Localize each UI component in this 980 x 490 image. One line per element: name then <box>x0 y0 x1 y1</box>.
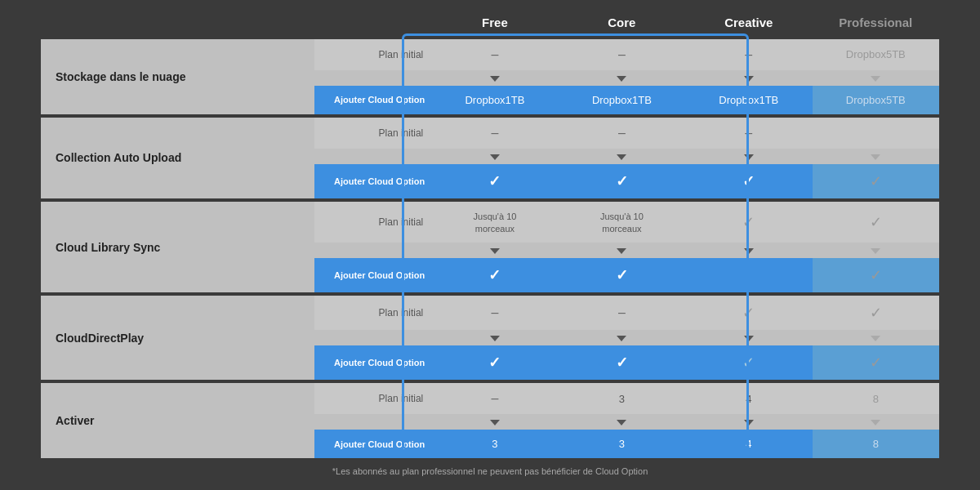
option-label: Ajouter Cloud Option <box>314 345 431 380</box>
checkmark-gray-icon: ✓ <box>870 267 882 283</box>
option-professional-value: 8 <box>813 430 939 458</box>
plan-row: Activer Plan initial – 3 4 8 <box>41 383 939 414</box>
plan-row: Stockage dans le nuage Plan initial – – … <box>41 39 939 70</box>
arrow-professional-cell <box>813 414 939 430</box>
free-header: Free <box>431 6 558 39</box>
checkmark-gray-icon: ✓ <box>870 305 882 321</box>
arrow-plan-cell <box>314 330 431 345</box>
plan-free-value: – <box>431 118 558 149</box>
arrow-plan-cell <box>314 70 431 86</box>
dash-icon: – <box>492 47 499 61</box>
plan-row: CloudDirectPlay Plan initial – – ✓ ✓ <box>41 296 939 330</box>
plan-label: Plan initial <box>314 296 431 330</box>
option-free-value: ✓ <box>431 258 558 292</box>
arrow-creative-cell <box>685 149 812 164</box>
checkmark-icon: ✓ <box>488 173 501 189</box>
arrow-down-icon <box>871 154 880 160</box>
arrow-down-icon <box>617 248 626 254</box>
professional-header: Professional <box>813 6 939 39</box>
arrow-down-icon <box>490 336 500 341</box>
dash-icon: – <box>745 47 752 61</box>
option-free-value: 3 <box>431 430 558 458</box>
arrow-down-icon <box>617 76 626 82</box>
checkmark-gray-icon: ✓ <box>742 214 755 230</box>
arrow-core-cell <box>559 330 685 345</box>
arrow-core-cell <box>559 414 685 430</box>
plan-professional-value <box>813 118 939 149</box>
feature-header <box>41 6 314 39</box>
dash-icon: – <box>618 305 626 319</box>
option-professional-value: ✓ <box>813 258 939 292</box>
dash-icon: – <box>618 126 626 140</box>
cell-text: 3 <box>619 438 625 450</box>
option-creative-value: 4 <box>685 430 812 458</box>
option-creative-value: ✓ <box>685 345 812 380</box>
option-core-value: ✓ <box>559 345 685 380</box>
arrow-plan-cell <box>314 243 431 258</box>
dash-icon: – <box>492 391 499 405</box>
checkmark-icon: ✓ <box>616 354 628 371</box>
arrow-down-icon <box>490 420 500 425</box>
dash-icon: – <box>618 47 626 61</box>
feature-label: Cloud Library Sync <box>41 202 314 293</box>
cell-text: 4 <box>746 438 751 450</box>
plan-creative-value: – <box>685 39 812 70</box>
plan-core-value: 3 <box>559 383 685 414</box>
plan-header <box>314 6 431 39</box>
option-creative-value: ✓ <box>685 164 812 198</box>
cell-text: Dropbox1TB <box>465 94 524 106</box>
option-label: Ajouter Cloud Option <box>314 258 431 292</box>
plan-professional-value: ✓ <box>813 202 939 243</box>
option-core-value: 3 <box>559 430 685 458</box>
option-core-value: Dropbox1TB <box>559 86 685 114</box>
arrow-down-icon <box>871 248 880 254</box>
cell-text: Dropbox1TB <box>719 94 778 106</box>
checkmark-gray-icon: ✓ <box>742 305 755 321</box>
cell-text: 3 <box>492 438 497 450</box>
arrow-down-icon <box>744 154 754 160</box>
arrow-down-icon <box>744 336 754 341</box>
arrow-professional-cell <box>813 70 939 86</box>
arrow-down-icon <box>871 420 880 425</box>
arrow-professional-cell <box>813 149 939 164</box>
option-free-value: ✓ <box>431 164 558 198</box>
cell-text: 8 <box>873 438 879 450</box>
plan-creative-value: ✓ <box>685 296 812 330</box>
option-professional-value: Dropbox5TB <box>813 86 939 114</box>
plan-creative-value: – <box>685 118 812 149</box>
option-core-value: ✓ <box>559 164 685 198</box>
option-professional-value: ✓ <box>813 164 939 198</box>
arrow-professional-cell <box>813 243 939 258</box>
plan-free-value: – <box>431 296 558 330</box>
feature-label: CloudDirectPlay <box>41 296 314 380</box>
dash-icon: – <box>492 126 499 140</box>
arrow-down-icon <box>490 248 500 254</box>
plan-professional-value: Dropbox5TB <box>813 39 939 70</box>
option-professional-value: ✓ <box>813 345 939 380</box>
arrow-free-cell <box>431 330 558 345</box>
plan-professional-value: 8 <box>813 383 939 414</box>
option-creative-value <box>685 258 812 292</box>
arrow-down-icon <box>744 76 754 82</box>
checkmark-icon: ✓ <box>742 173 755 189</box>
arrow-free-cell <box>431 243 558 258</box>
plan-free-value: – <box>431 383 558 414</box>
arrow-core-cell <box>559 70 685 86</box>
option-free-value: Dropbox1TB <box>431 86 558 114</box>
plan-label: Plan initial <box>314 202 431 243</box>
dash-icon: – <box>492 305 499 319</box>
option-creative-value: Dropbox1TB <box>685 86 812 114</box>
arrow-free-cell <box>431 414 558 430</box>
plan-label: Plan initial <box>314 383 431 414</box>
arrow-creative-cell <box>685 70 812 86</box>
option-label: Ajouter Cloud Option <box>314 86 431 114</box>
plan-free-value: Jusqu'à 10morceaux <box>431 202 558 243</box>
cell-text: Dropbox5TB <box>846 48 906 60</box>
arrow-free-cell <box>431 70 558 86</box>
arrow-down-icon <box>490 154 500 160</box>
arrow-plan-cell <box>314 149 431 164</box>
cell-text: Dropbox5TB <box>846 94 906 106</box>
plan-row: Collection Auto Upload Plan initial – – … <box>41 118 939 149</box>
plan-core-value: – <box>559 296 685 330</box>
arrow-down-icon <box>617 154 626 160</box>
